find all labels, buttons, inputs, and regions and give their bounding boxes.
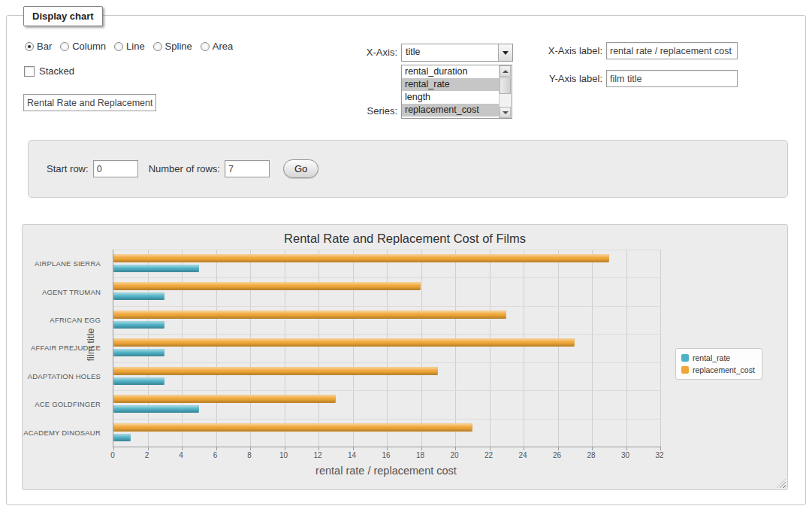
radio-icon[interactable] (114, 42, 123, 51)
x-tick-mark (421, 447, 422, 450)
chart-type-radio-group: BarColumnLineSplineArea (25, 41, 233, 52)
chart-type-radio-spline[interactable]: Spline (153, 41, 192, 52)
gridline-vertical (182, 250, 183, 447)
bar-replacement_cost[interactable] (113, 338, 575, 347)
category-label: ACADEMY DINOSAUR (23, 419, 107, 447)
x-axis-label-input[interactable] (606, 42, 738, 59)
category-axis-labels: AIRPLANE SIERRAAGENT TRUMANAFRICAN EGGAF… (23, 250, 107, 447)
gridline-vertical (626, 250, 627, 447)
legend-swatch-icon (681, 366, 689, 374)
chart-title-input[interactable] (23, 94, 156, 111)
x-tick-label: 26 (546, 451, 569, 459)
bar-rental_rate[interactable] (113, 292, 165, 300)
bar-replacement_cost[interactable] (113, 282, 421, 290)
legend-item-replacement_cost[interactable]: replacement_cost (681, 365, 755, 374)
x-tick-label: 0 (101, 451, 124, 459)
category-label: AFFAIR PREJUDICE (23, 334, 107, 362)
category-label: AGENT TRUMAN (23, 277, 107, 305)
legend-label: rental_rate (693, 353, 730, 362)
bar-rental_rate[interactable] (113, 434, 131, 441)
start-row-input[interactable] (93, 160, 138, 177)
stacked-label: Stacked (39, 65, 74, 77)
bar-rental_rate[interactable] (113, 265, 199, 272)
y-axis-label-input[interactable] (606, 70, 738, 87)
gridline-vertical (524, 250, 524, 447)
gridline-vertical (148, 250, 149, 447)
gridline-horizontal (113, 362, 660, 363)
chart-title: Rental Rate and Replacement Cost of Film… (23, 232, 787, 246)
gridline-vertical (353, 250, 354, 447)
gridline-vertical (250, 250, 251, 447)
stacked-option[interactable]: Stacked (24, 65, 74, 77)
gridline-horizontal (113, 419, 660, 420)
x-tick-mark (353, 447, 354, 450)
x-tick-mark (626, 447, 627, 450)
series-list-label: Series: (322, 105, 397, 117)
x-tick-mark (148, 447, 149, 450)
x-tick-mark (285, 447, 285, 450)
chart-type-radio-line[interactable]: Line (114, 41, 145, 52)
resize-handle-icon[interactable] (777, 479, 786, 488)
triangle-up-icon (503, 70, 509, 73)
gridline-horizontal (113, 277, 660, 278)
radio-label: Spline (165, 41, 192, 52)
scroll-down-button[interactable] (500, 107, 511, 118)
gridline-horizontal (113, 306, 660, 307)
start-row-label: Start row: (47, 163, 89, 174)
x-axis-tick-labels: 02468101214161820222426283032 (113, 451, 660, 462)
x-tick-mark (524, 447, 524, 450)
bar-replacement_cost[interactable] (113, 367, 438, 375)
radio-icon[interactable] (153, 42, 162, 51)
gridline-vertical (455, 250, 456, 447)
x-tick-label: 18 (409, 451, 432, 459)
go-button[interactable]: Go (283, 159, 318, 178)
gridline-horizontal (113, 390, 660, 391)
gridline-vertical (558, 250, 559, 447)
x-tick-label: 14 (341, 451, 364, 459)
x-tick-mark (558, 447, 559, 450)
x-tick-mark (113, 447, 114, 450)
x-tick-mark (387, 447, 388, 450)
gridline-vertical (216, 250, 217, 447)
radio-icon[interactable] (201, 42, 210, 51)
chart-panel: Rental Rate and Replacement Cost of Film… (22, 224, 788, 490)
gridline-vertical (318, 250, 319, 447)
bar-rental_rate[interactable] (113, 405, 199, 413)
x-tick-label: 22 (478, 451, 500, 459)
series-option-length[interactable]: length (402, 91, 499, 104)
radio-icon[interactable] (60, 42, 69, 51)
radio-icon[interactable] (25, 42, 34, 51)
legend-item-rental_rate[interactable]: rental_rate (681, 353, 755, 362)
bar-replacement_cost[interactable] (113, 423, 472, 432)
x-tick-mark (455, 447, 456, 450)
chart-type-radio-area[interactable]: Area (201, 41, 233, 52)
bar-rental_rate[interactable] (113, 377, 165, 385)
plot-area (113, 250, 660, 447)
display-chart-fieldset: Display chart BarColumnLineSplineArea St… (6, 15, 806, 505)
bar-rental_rate[interactable] (113, 349, 165, 356)
gridline-vertical (490, 250, 491, 447)
x-tick-mark (182, 447, 183, 450)
legend-label: replacement_cost (693, 365, 755, 374)
bar-replacement_cost[interactable] (113, 254, 609, 262)
stacked-checkbox[interactable] (24, 66, 35, 77)
category-label: AFRICAN EGG (23, 306, 107, 334)
x-tick-mark (660, 447, 661, 450)
x-tick-label: 4 (170, 451, 192, 459)
y-axis-label-field-label: Y-Axis label: (476, 73, 602, 84)
bar-replacement_cost[interactable] (113, 311, 506, 319)
chart-type-radio-bar[interactable]: Bar (25, 41, 52, 52)
x-tick-label: 20 (443, 451, 466, 459)
x-tick-label: 10 (273, 451, 295, 459)
category-label: ACE GOLDFINGER (23, 390, 107, 418)
gridline-vertical (387, 250, 388, 447)
x-tick-label: 24 (512, 451, 534, 459)
bar-replacement_cost[interactable] (113, 395, 336, 403)
x-tick-label: 2 (136, 451, 158, 459)
x-tick-mark (216, 447, 217, 450)
x-tick-label: 32 (648, 451, 671, 459)
number-of-rows-input[interactable] (225, 160, 270, 177)
bar-rental_rate[interactable] (113, 321, 165, 329)
chart-type-radio-column[interactable]: Column (60, 41, 106, 52)
series-option-replacement_cost[interactable]: replacement_cost (402, 104, 499, 117)
